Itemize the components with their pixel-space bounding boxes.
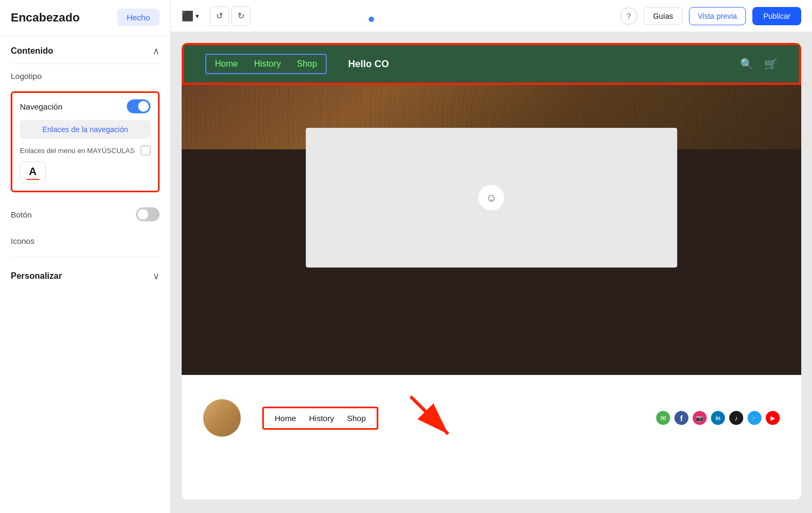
- social-facebook-icon[interactable]: f: [674, 411, 688, 425]
- guias-button[interactable]: Guías: [644, 7, 682, 25]
- social-icons: ✉ f 📷 in ♪ 🐦 ▶: [656, 411, 780, 425]
- logo-circle: [203, 399, 241, 437]
- top-bar: ⬛ ▾ ↺ ↻ ? Guías Vista previa Publicar: [171, 0, 812, 32]
- social-twitter-icon[interactable]: 🐦: [748, 411, 761, 425]
- social-instagram-icon[interactable]: 📷: [693, 411, 707, 425]
- footer-area: Home History Shop ✉ f: [182, 375, 801, 461]
- monitor-icon: ⬛: [182, 10, 193, 22]
- logotipo-row: Logotipo: [11, 64, 160, 88]
- social-tiktok-icon[interactable]: ♪: [729, 411, 743, 425]
- personalizar-chevron-icon[interactable]: ∨: [153, 270, 160, 282]
- footer-nav-shop[interactable]: Shop: [347, 414, 366, 423]
- blue-dot-indicator: [369, 17, 374, 22]
- personalizar-title: Personalizar: [11, 271, 62, 281]
- panel-title: Encabezado: [11, 11, 80, 25]
- font-preview[interactable]: A: [20, 162, 46, 183]
- publicar-button[interactable]: Publicar: [752, 7, 801, 25]
- header-red-outline: Home History Shop Hello CO 🔍 🛒: [182, 43, 801, 85]
- canvas-area: Home History Shop Hello CO 🔍 🛒: [171, 32, 812, 513]
- navegacion-section-box: Navegación Enlaces de la navegación Enla…: [11, 91, 160, 192]
- hero-image-placeholder: ☺: [306, 128, 678, 268]
- iconos-label: Iconos: [11, 236, 34, 245]
- nav-link-home[interactable]: Home: [215, 59, 238, 69]
- nav-link-shop[interactable]: Shop: [297, 59, 317, 69]
- red-arrow: [400, 391, 464, 445]
- nav-links-button[interactable]: Enlaces de la navegación: [20, 120, 150, 139]
- boton-row: Botón: [11, 200, 160, 229]
- nav-link-history[interactable]: History: [254, 59, 281, 69]
- hecho-button[interactable]: Hecho: [117, 9, 160, 26]
- bottom-section: [182, 268, 801, 375]
- redo-button[interactable]: ↻: [231, 6, 250, 26]
- contenido-section-header: Contenido ∧: [11, 35, 160, 64]
- help-button[interactable]: ?: [620, 8, 637, 25]
- main-area: ⬛ ▾ ↺ ↻ ? Guías Vista previa Publicar Ho…: [171, 0, 812, 513]
- font-letter: A: [29, 165, 37, 178]
- vista-previa-button[interactable]: Vista previa: [689, 7, 746, 25]
- font-underline-decoration: [26, 179, 39, 180]
- divider: [11, 257, 160, 257]
- navegacion-toggle[interactable]: [127, 99, 150, 113]
- panel-content: Contenido ∧ Logotipo Navegación Enlaces …: [0, 35, 170, 513]
- boton-toggle[interactable]: [136, 207, 160, 221]
- panel-header: Encabezado Hecho: [0, 0, 170, 35]
- navegacion-row: Navegación: [20, 99, 150, 113]
- person-icon: ☺: [486, 192, 497, 204]
- navegacion-label: Navegación: [20, 102, 62, 111]
- undo-redo-controls: ↺ ↻: [210, 6, 250, 26]
- search-icon[interactable]: 🔍: [740, 57, 753, 70]
- boton-label: Botón: [11, 210, 32, 219]
- device-selector-button[interactable]: ⬛ ▾: [182, 10, 199, 22]
- mayusculas-row: Enlaces del menú en MAYÚSCULAS: [20, 146, 150, 155]
- footer-nav-home[interactable]: Home: [275, 414, 296, 423]
- left-panel: Encabezado Hecho Contenido ∧ Logotipo Na…: [0, 0, 171, 513]
- iconos-row: Iconos: [11, 229, 160, 254]
- device-chevron-icon: ▾: [196, 12, 199, 20]
- nav-links-preview: Home History Shop: [205, 54, 327, 74]
- personalizar-header: Personalizar ∨: [11, 261, 160, 292]
- contenido-chevron-icon[interactable]: ∧: [153, 45, 160, 57]
- social-email-icon[interactable]: ✉: [656, 411, 670, 425]
- hero-section: ☺: [182, 85, 801, 268]
- logotipo-label: Logotipo: [11, 71, 42, 81]
- undo-button[interactable]: ↺: [210, 6, 229, 26]
- cart-icon[interactable]: 🛒: [764, 57, 778, 70]
- site-header: Home History Shop Hello CO 🔍 🛒: [184, 45, 799, 83]
- svg-line-1: [411, 396, 448, 434]
- footer-nav-history[interactable]: History: [309, 414, 334, 423]
- mayusculas-label: Enlaces del menú en MAYÚSCULAS: [20, 147, 135, 155]
- image-placeholder-icon: ☺: [478, 185, 504, 211]
- social-linkedin-icon[interactable]: in: [711, 411, 725, 425]
- site-title: Hello CO: [348, 59, 389, 70]
- mayusculas-checkbox[interactable]: [141, 146, 150, 155]
- social-youtube-icon[interactable]: ▶: [766, 411, 780, 425]
- canvas-wrapper: Home History Shop Hello CO 🔍 🛒: [182, 43, 801, 500]
- contenido-title: Contenido: [11, 46, 53, 56]
- footer-nav-red: Home History Shop: [262, 407, 378, 430]
- header-icons: 🔍 🛒: [740, 57, 778, 70]
